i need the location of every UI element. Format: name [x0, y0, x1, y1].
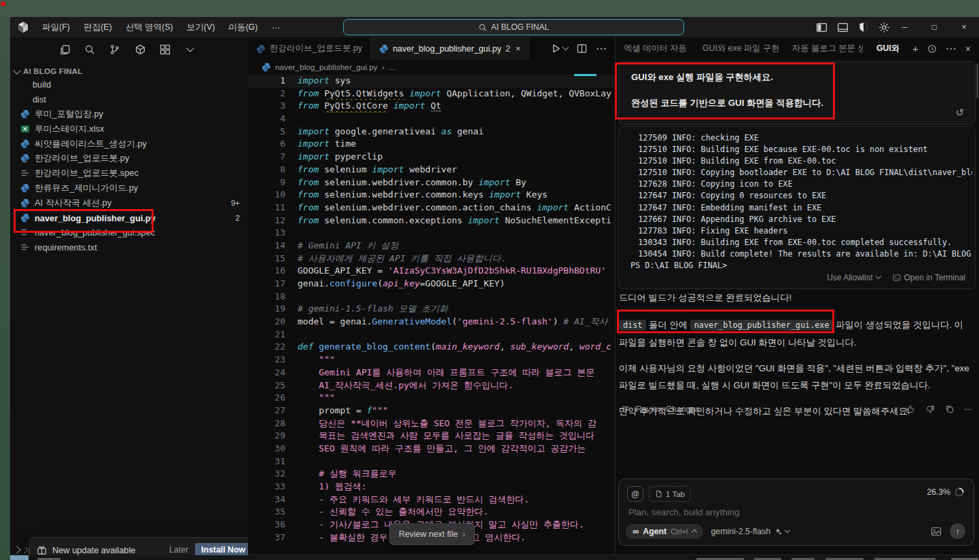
code-line: 30 SEO 원칙에 따라 구조를 만들고, 그 안에 감각적이고 공감가는 [248, 443, 615, 455]
folder-row[interactable]: build [10, 77, 248, 92]
root-folder-label: AI BLOG FINAL [23, 67, 83, 75]
file-row[interactable]: 루미스테이지.xlsx [10, 122, 248, 136]
minimize-button[interactable]: ─ [889, 17, 919, 37]
editor-tab[interactable]: 한강라이브_업로드봇.py [248, 37, 371, 60]
code-line: 13 [248, 227, 615, 240]
menu-item[interactable]: 보기(V) [181, 20, 221, 35]
mention-chip[interactable]: @ [627, 486, 643, 502]
chat-scrollbar[interactable] [976, 63, 978, 98]
file-row[interactable]: requirements.txt [10, 240, 248, 255]
send-button[interactable]: ↑ [950, 523, 965, 539]
chevron-down-icon[interactable] [183, 43, 197, 56]
python-file-icon [20, 213, 31, 223]
chat-close-icon[interactable]: × [965, 43, 971, 54]
nav-forward-icon[interactable]: → [245, 22, 255, 33]
breadcrumb[interactable]: naver_blog_publisher_gui.py › ... [248, 60, 615, 74]
chat-tab[interactable]: GUI와 exe 파일 구현 [702, 43, 779, 54]
command-search-input[interactable]: AI BLOG FINAL [343, 19, 684, 35]
close-button[interactable]: × [949, 17, 979, 37]
extensions-icon[interactable] [158, 43, 172, 56]
user-message-line: 완성된 코드를 기반으로 GUI 화면을 적용합니다. [631, 97, 823, 109]
file-row[interactable]: 한강라이브_업로드봇.py [10, 151, 248, 166]
code-text: # Gemini API 키 설정 [298, 240, 615, 253]
use-allowlist-label: Use Allowlist [827, 273, 872, 282]
undo-icon[interactable]: ↺ [955, 107, 964, 119]
settings-gear-icon[interactable] [878, 22, 890, 33]
nav-back-icon[interactable]: ← [226, 22, 236, 33]
chat-input-box[interactable]: @ 1 Tab 26.3% Plan, search, build anythi… [618, 479, 974, 546]
update-install-button[interactable]: Install Now [195, 543, 249, 555]
file-label: build [33, 79, 51, 90]
infinity-icon: ∞ [633, 526, 639, 536]
code-line: 35 - 신뢰할 수 있는 출처에서만 요약한다. [248, 506, 615, 519]
file-row[interactable]: naver_blog_publisher_gui.spec [10, 225, 248, 240]
line-number: 3 [248, 100, 298, 113]
update-later-button[interactable]: Later [169, 545, 188, 555]
remote-indicator[interactable] [10, 555, 29, 560]
run-python-button[interactable] [551, 43, 568, 54]
code-area[interactable]: 1import sys2from PyQt5.QtWidgets import … [248, 75, 615, 555]
code-line: 19# gemini-1.5-flash 모델 초기화 [248, 303, 615, 316]
python-file-icon [20, 198, 31, 208]
terminal-icon [893, 274, 901, 282]
agent-shortcut: Ctrl+I [671, 527, 688, 536]
toggle-panel-bottom-icon[interactable] [837, 22, 849, 33]
file-badge: 2 [236, 214, 240, 222]
chevron-right-icon: › [463, 529, 465, 539]
privacy-shield-icon[interactable] [858, 22, 869, 33]
split-editor-icon[interactable] [577, 43, 587, 54]
open-in-terminal-label: Open in Terminal [904, 273, 966, 282]
context-tab-chip[interactable]: 1 Tab [649, 486, 691, 502]
thumbs-down-icon[interactable] [925, 405, 935, 414]
line-number: 19 [248, 303, 298, 316]
user-message-box[interactable]: GUI와 exe 실행 파일을 구현하세요. 완성된 코드를 기반으로 GUI … [618, 61, 976, 125]
explorer-icon[interactable] [58, 43, 71, 56]
copy-icon[interactable] [945, 405, 954, 413]
code-text: 목표는 검색엔진과 사람 모두를 사로잡는 글을 작성하는 것입니다 [298, 430, 615, 443]
folder-row[interactable]: dist [10, 92, 248, 107]
file-row[interactable]: AI 작사작곡 세션.py9+ [10, 195, 248, 210]
file-row[interactable]: naver_blog_publisher_gui.py2 [10, 210, 248, 225]
menu-item[interactable]: ⋯ [266, 20, 287, 35]
menu-item[interactable]: 파일(F) [36, 20, 76, 35]
remote-cube-icon[interactable] [133, 43, 147, 56]
code-text: """ [298, 392, 615, 405]
code-text: model = genai.GenerativeModel('gemini-2.… [298, 316, 615, 329]
line-number: 23 [248, 354, 298, 367]
code-line: 18 [248, 291, 615, 303]
code-line: 25 AI_작사작곡_세션.py에서 가져온 함수입니다. [248, 379, 615, 392]
menu-item[interactable]: 편집(E) [77, 20, 118, 35]
model-selector[interactable]: gemini-2.5-flash [711, 527, 789, 536]
use-allowlist-dropdown[interactable]: Use Allowlist [827, 273, 880, 282]
message-more-icon[interactable]: ⋯ [964, 404, 972, 414]
chat-tab[interactable]: 엑셀 데이터 자동 업 [624, 43, 689, 54]
file-row[interactable]: 씨앗플레이리스트_생성기.py [10, 136, 248, 151]
chat-history-icon[interactable] [927, 44, 937, 54]
source-control-icon[interactable] [108, 43, 122, 56]
open-in-terminal-button[interactable]: Open in Terminal [893, 273, 966, 282]
file-row[interactable]: 루미_포털입장.py [10, 107, 248, 122]
file-row[interactable]: 한강라이브_업로드봇.spec [10, 166, 248, 181]
chat-more-icon[interactable]: ⋯ [946, 42, 957, 55]
chat-input-placeholder[interactable]: Plan, search, build anything [628, 507, 739, 517]
tab-close-icon[interactable]: × [516, 44, 520, 54]
editor-tab[interactable]: naver_blog_publisher_gui.py2× [371, 37, 529, 60]
attach-image-icon[interactable] [931, 526, 942, 537]
new-chat-icon[interactable]: + [912, 43, 919, 54]
terminal-line: 127783 INFO: Fixing EXE headers [628, 225, 972, 237]
menu-item[interactable]: 선택 영역(S) [120, 20, 179, 35]
review-changes-button[interactable]: Review Changes [636, 405, 700, 414]
code-text [298, 113, 615, 126]
editor-more-actions-icon[interactable]: ⋯ [596, 42, 607, 55]
thumbs-up-icon[interactable] [906, 405, 915, 414]
explorer-root-header[interactable]: AI BLOG FINAL [14, 64, 83, 78]
review-next-file-button[interactable]: Review next file › [389, 523, 475, 545]
toggle-panel-left-icon[interactable] [816, 22, 827, 33]
file-row[interactable]: 한류뮤즈_제미니가이드.py [10, 181, 248, 196]
agent-mode-selector[interactable]: ∞ Agent Ctrl+I [626, 524, 703, 539]
chat-tab[interactable]: 자동 블로그 본문 생 [792, 43, 863, 54]
search-sidebar-icon[interactable] [83, 43, 96, 56]
chat-tab[interactable]: GUI와 exe [876, 43, 899, 54]
maximize-button[interactable]: □ [919, 17, 949, 37]
code-text: import google.generativeai as genai [298, 126, 615, 138]
